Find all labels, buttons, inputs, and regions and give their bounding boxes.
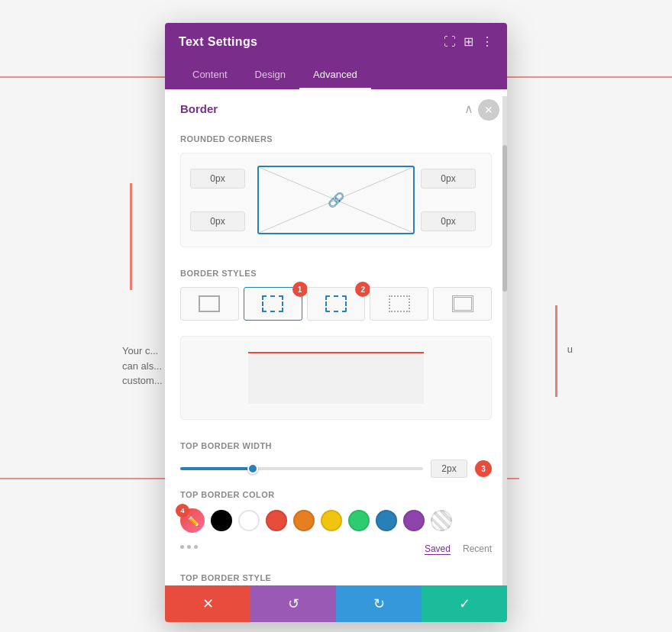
- top-border-width-section: Top Border Width: [165, 432, 507, 450]
- swatch-purple[interactable]: [403, 510, 425, 531]
- header-icons: ⛶ ⊞ ⋮: [444, 36, 493, 48]
- color-tabs: Saved Recent: [422, 543, 492, 555]
- top-border-color-section: Top Border Color 4 ✏️: [165, 490, 507, 567]
- close-circle-button[interactable]: ✕: [478, 99, 499, 121]
- action-bar: ✕ ↺ ↻ ✓: [165, 585, 507, 622]
- border-section-title: Border: [180, 102, 218, 115]
- border-style-dashed[interactable]: 1: [244, 287, 302, 321]
- modal-tabs: Content Design Advanced: [165, 61, 507, 89]
- dashed2-border-icon: [325, 295, 347, 312]
- eyedropper-badge: 4: [176, 504, 189, 518]
- border-preview-area: [180, 336, 492, 420]
- swatch-black[interactable]: [211, 510, 232, 531]
- tab-advanced[interactable]: Advanced: [299, 61, 371, 89]
- corners-center-preview: 🔗: [257, 166, 415, 234]
- swatch-blue[interactable]: [376, 510, 397, 531]
- tab-content[interactable]: Content: [179, 61, 241, 89]
- top-border-style-label: Top Border Style: [165, 567, 507, 585]
- collapse-icon[interactable]: ∧: [464, 102, 473, 116]
- border-width-slider-row: 2px 3: [165, 459, 507, 490]
- scrollbar-thumb[interactable]: [502, 145, 507, 292]
- border-style-dotted[interactable]: [370, 287, 428, 321]
- border-styles-section: Border Styles 1 2: [165, 260, 507, 333]
- border-style-double[interactable]: [433, 287, 492, 321]
- border-width-slider-track[interactable]: [180, 467, 423, 470]
- corner-br-input[interactable]: [421, 211, 476, 231]
- corner-tl-input[interactable]: [190, 169, 245, 189]
- style-badge-2: 2: [355, 282, 370, 297]
- tab-design[interactable]: Design: [241, 61, 299, 89]
- rounded-corners-label: Rounded Corners: [180, 134, 492, 143]
- modal-header: Text Settings ⛶ ⊞ ⋮: [165, 23, 507, 61]
- corners-widget: 🔗: [180, 153, 492, 247]
- dot-1: [180, 545, 184, 549]
- border-width-slider-fill: [180, 467, 253, 470]
- fullscreen-icon[interactable]: ⛶: [444, 36, 456, 48]
- border-width-slider-thumb[interactable]: [247, 463, 258, 474]
- top-border-width-label: Top Border Width: [180, 441, 492, 450]
- border-styles-label: Border Styles: [180, 269, 492, 278]
- redo-button[interactable]: ↻: [336, 585, 422, 622]
- cancel-button[interactable]: ✕: [165, 585, 250, 622]
- swatch-yellow[interactable]: [321, 510, 342, 531]
- color-swatch-row: 4 ✏️: [180, 508, 492, 533]
- dots-indicator: [180, 545, 198, 549]
- swatch-orange[interactable]: [293, 510, 315, 531]
- link-icon[interactable]: 🔗: [328, 192, 344, 208]
- dot-2: [187, 545, 191, 549]
- modal-overlay: Text Settings ⛶ ⊞ ⋮ Content Design Advan…: [0, 0, 672, 632]
- color-tab-recent[interactable]: Recent: [463, 543, 492, 555]
- border-style-dashed2[interactable]: 2: [307, 287, 366, 321]
- swatch-none[interactable]: [431, 510, 452, 531]
- more-options-icon[interactable]: ⋮: [481, 36, 493, 48]
- dashed-border-icon: [262, 295, 283, 312]
- corner-bl-input[interactable]: [190, 211, 245, 231]
- modal-title: Text Settings: [179, 35, 257, 49]
- style-badge-1: 1: [292, 282, 308, 297]
- border-styles-grid: 1 2: [180, 287, 492, 321]
- swatch-white[interactable]: [238, 510, 260, 531]
- eyedropper-button[interactable]: 4 ✏️: [180, 508, 205, 533]
- modal-panel: Text Settings ⛶ ⊞ ⋮ Content Design Advan…: [165, 23, 507, 622]
- double-border-icon: [452, 295, 473, 312]
- rounded-corners-section: Rounded Corners 🔗: [165, 125, 507, 260]
- columns-icon[interactable]: ⊞: [464, 36, 473, 48]
- dot-3: [194, 545, 198, 549]
- swatch-red[interactable]: [266, 510, 287, 531]
- border-section-header: Border ∧ ⋮: [165, 89, 507, 125]
- dotted-border-icon: [389, 295, 410, 312]
- save-button[interactable]: ✓: [422, 585, 507, 622]
- swatch-green[interactable]: [348, 510, 370, 531]
- border-style-solid[interactable]: [180, 287, 239, 321]
- top-border-color-label: Top Border Color: [180, 490, 492, 499]
- color-tab-saved[interactable]: Saved: [425, 543, 451, 555]
- solid-border-icon: [199, 295, 220, 312]
- border-width-badge: 3: [475, 460, 492, 477]
- border-width-value[interactable]: 2px: [431, 459, 467, 478]
- border-preview-box: [248, 352, 424, 404]
- scrollbar-track[interactable]: [502, 96, 507, 585]
- reset-button[interactable]: ↺: [250, 585, 336, 622]
- corner-tr-input[interactable]: [421, 169, 476, 189]
